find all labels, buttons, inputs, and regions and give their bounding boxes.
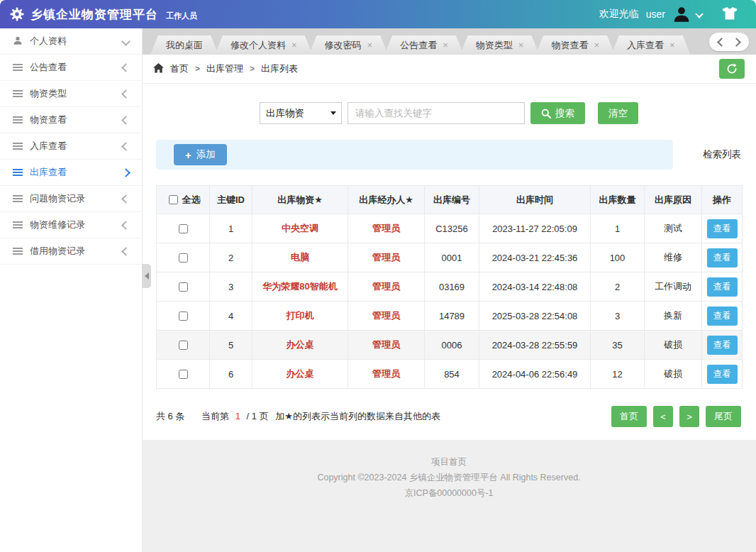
operator-link[interactable]: 管理员 bbox=[372, 368, 400, 379]
operator-link[interactable]: 管理员 bbox=[372, 339, 400, 350]
view-button[interactable]: 查看 bbox=[707, 336, 738, 355]
footer-home-link[interactable]: 项目首页 bbox=[142, 454, 756, 470]
sidebar-item-problem-records[interactable]: 问题物资记录 bbox=[0, 186, 142, 212]
sidebar-item-borrow-records[interactable]: 借用物资记录 bbox=[0, 238, 142, 265]
theme-shirt-icon[interactable] bbox=[722, 7, 738, 22]
tab-change-password[interactable]: 修改密码 × bbox=[309, 35, 389, 55]
prev-page-button[interactable]: < bbox=[653, 406, 673, 427]
operator-link[interactable]: 管理员 bbox=[372, 223, 400, 233]
table-row: 1 中央空调 管理员 C13256 2023-11-27 22:05:09 1 … bbox=[157, 214, 743, 243]
tab-label: 修改密码 bbox=[325, 39, 362, 52]
user-menu-chevron-down-icon[interactable] bbox=[695, 10, 703, 18]
row-checkbox[interactable] bbox=[179, 224, 188, 233]
menu-icon bbox=[13, 172, 23, 173]
star-note-text: 加★的列表示当前列的数据来自其他的表 bbox=[275, 410, 440, 423]
select-all-checkbox[interactable] bbox=[169, 195, 178, 204]
sidebar-item-outbound-view[interactable]: 出库查看 bbox=[0, 160, 142, 186]
operator-link[interactable]: 管理员 bbox=[372, 252, 400, 263]
view-button[interactable]: 查看 bbox=[707, 248, 738, 267]
item-link[interactable]: 打印机 bbox=[287, 310, 314, 321]
item-link[interactable]: 电脑 bbox=[291, 252, 309, 263]
sidebar-item-material-view[interactable]: 物资查看 bbox=[0, 107, 142, 133]
col-header-item: 出库物资★ bbox=[252, 186, 348, 214]
plus-icon: + bbox=[185, 150, 191, 160]
tab-my-desktop[interactable]: 我的桌面 bbox=[150, 35, 218, 55]
clear-button[interactable]: 清空 bbox=[598, 102, 638, 124]
tab-inbound-view[interactable]: 入库查看 × bbox=[611, 35, 691, 55]
item-link[interactable]: 华为荣耀80智能机 bbox=[262, 281, 337, 292]
first-page-button[interactable]: 首页 bbox=[611, 406, 647, 427]
sidebar: 个人资料 公告查看 物资类型 物资查看 入库查看 出库查看 bbox=[0, 28, 143, 552]
user-avatar-icon[interactable] bbox=[672, 5, 691, 23]
sidebar-collapse-handle[interactable] bbox=[142, 264, 151, 288]
cell-time: 2023-11-27 22:05:09 bbox=[479, 214, 591, 243]
breadcrumb-level2: 出库列表 bbox=[261, 62, 298, 75]
sidebar-item-announcements[interactable]: 公告查看 bbox=[0, 55, 142, 81]
sidebar-item-profile[interactable]: 个人资料 bbox=[0, 28, 142, 55]
chevron-left-icon[interactable] bbox=[717, 38, 726, 47]
close-icon[interactable]: × bbox=[367, 40, 373, 50]
home-icon bbox=[153, 63, 164, 75]
close-icon[interactable]: × bbox=[291, 40, 297, 50]
view-button[interactable]: 查看 bbox=[707, 307, 738, 326]
chevron-left-icon bbox=[121, 247, 130, 256]
tab-material-types[interactable]: 物资类型 × bbox=[460, 35, 540, 55]
cell-reason: 破损 bbox=[645, 331, 702, 360]
page-footer: 项目首页 Copyright ©2023-2024 乡镇企业物资管理平台 All… bbox=[142, 440, 756, 501]
collapse-arrow-icon bbox=[145, 272, 149, 280]
operator-link[interactable]: 管理员 bbox=[372, 310, 400, 321]
row-checkbox[interactable] bbox=[179, 341, 188, 350]
add-button-label: 添加 bbox=[196, 148, 216, 161]
col-header-time: 出库时间 bbox=[479, 186, 591, 214]
cell-reason: 测试 bbox=[645, 214, 702, 243]
search-field-select[interactable]: 出库物资 bbox=[260, 102, 342, 124]
tab-label: 入库查看 bbox=[627, 39, 664, 52]
add-button[interactable]: + 添加 bbox=[174, 144, 227, 165]
view-button[interactable]: 查看 bbox=[707, 277, 738, 297]
close-icon[interactable]: × bbox=[669, 40, 675, 50]
breadcrumb-home[interactable]: 首页 bbox=[170, 62, 189, 75]
item-link[interactable]: 办公桌 bbox=[287, 339, 314, 350]
close-icon[interactable]: × bbox=[443, 40, 448, 50]
select-all-header: 全选 bbox=[157, 186, 210, 214]
sidebar-item-label: 借用物资记录 bbox=[30, 245, 85, 258]
row-checkbox[interactable] bbox=[179, 311, 188, 321]
chevron-right-icon[interactable] bbox=[732, 38, 741, 47]
tab-announcements[interactable]: 公告查看 × bbox=[384, 35, 464, 55]
cell-code: 0001 bbox=[425, 243, 479, 272]
close-icon[interactable]: × bbox=[594, 40, 599, 50]
content-panel: 出库物资 搜索 清空 bbox=[142, 84, 756, 440]
search-input[interactable] bbox=[348, 102, 525, 124]
operator-link[interactable]: 管理员 bbox=[372, 281, 400, 292]
item-link[interactable]: 办公桌 bbox=[287, 368, 314, 379]
menu-icon bbox=[13, 224, 23, 226]
view-button[interactable]: 查看 bbox=[707, 365, 738, 384]
cell-code: 854 bbox=[425, 360, 479, 389]
next-page-button[interactable]: > bbox=[679, 406, 699, 427]
view-button[interactable]: 查看 bbox=[707, 219, 738, 238]
tab-material-view[interactable]: 物资查看 × bbox=[535, 35, 615, 55]
sidebar-item-material-types[interactable]: 物资类型 bbox=[0, 81, 142, 107]
last-page-button[interactable]: 尾页 bbox=[706, 406, 741, 427]
breadcrumb-level1[interactable]: 出库管理 bbox=[206, 62, 243, 75]
cell-id: 3 bbox=[210, 272, 252, 302]
pagination-buttons: 首页 < > 尾页 bbox=[611, 406, 741, 427]
refresh-button[interactable] bbox=[719, 59, 745, 79]
col-header-qty: 出库数量 bbox=[591, 186, 645, 214]
close-icon[interactable]: × bbox=[518, 40, 524, 50]
item-link[interactable]: 中央空调 bbox=[282, 223, 318, 233]
menu-icon bbox=[13, 93, 23, 94]
chevron-left-icon bbox=[121, 142, 130, 151]
total-count-text: 共 6 条 bbox=[156, 410, 184, 423]
search-button[interactable]: 搜索 bbox=[530, 102, 585, 124]
cell-qty: 100 bbox=[591, 243, 645, 272]
sidebar-item-repair-records[interactable]: 物资维修记录 bbox=[0, 212, 142, 238]
tab-edit-profile[interactable]: 修改个人资料 × bbox=[215, 35, 313, 55]
row-checkbox[interactable] bbox=[179, 370, 188, 379]
sidebar-item-label: 出库查看 bbox=[30, 166, 67, 179]
table-row: 4 打印机 管理员 14789 2025-03-28 22:54:08 3 换新… bbox=[157, 302, 743, 331]
col-header-code: 出库编号 bbox=[425, 186, 479, 214]
row-checkbox[interactable] bbox=[179, 282, 188, 292]
row-checkbox[interactable] bbox=[179, 253, 188, 263]
sidebar-item-inbound-view[interactable]: 入库查看 bbox=[0, 133, 142, 160]
